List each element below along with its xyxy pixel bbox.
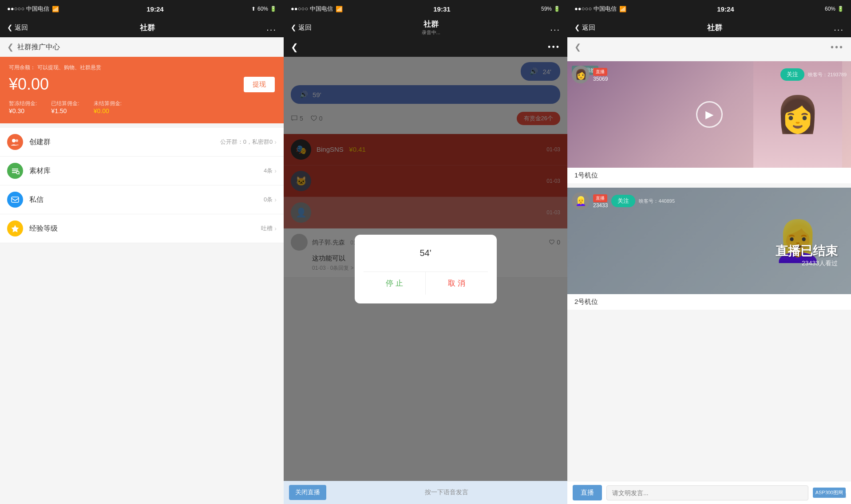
live-badge-2: 直播 — [593, 194, 607, 202]
cancel-button[interactable]: 取 消 — [426, 272, 488, 295]
menu-item-materials[interactable]: 素材库 4条 › — [0, 157, 284, 185]
nav-bar-3: ❮ 返回 社群 ... — [567, 18, 851, 37]
materials-icon — [7, 163, 23, 179]
chevron-icon-3: › — [274, 225, 277, 232]
sub-nav-2: ❮ ••• — [284, 37, 567, 57]
play-area-1: ▶ — [567, 88, 851, 168]
menu-message-label: 私信 — [29, 195, 264, 205]
battery-icon-2: 🔋 — [554, 6, 560, 12]
stream-card-1: 👩 精彩回放 👩 直播 35069 关注 映客号：2193789 — [567, 61, 851, 183]
svg-point-1 — [16, 139, 18, 142]
commission-pending: 未结算佣金: ¥0.00 — [94, 100, 122, 114]
create-group-icon — [7, 134, 23, 150]
carrier-text-2: ●●○○○ 中国电信 — [291, 5, 333, 13]
status-time-2: 19:31 — [433, 5, 450, 13]
panel-1: ●●○○○ 中国电信 📶 19:24 ⬆ 60% 🔋 ❮ 返回 社群 ... ❮… — [0, 0, 284, 504]
commission-settled-label: 已结算佣金: — [51, 100, 79, 107]
streamer-avatar-2: 👱‍♀️ — [572, 192, 590, 210]
more-button-3[interactable]: ... — [834, 23, 844, 33]
menu-level-right: 吐槽 › — [261, 224, 277, 232]
carrier-text-1: ●●○○○ 中国电信 — [7, 5, 49, 13]
battery-icon-1: 🔋 — [270, 6, 277, 12]
slot-title-1: 1号机位 — [567, 168, 851, 183]
menu-item-message[interactable]: 私信 0条 › — [0, 185, 284, 214]
stream-video-2: 👱‍♀️ 👱‍♀️ 直播 23433 关注 映客号：440895 直播已结束 — [567, 188, 851, 294]
nav-bar-1: ❮ 返回 社群 ... — [0, 18, 284, 37]
nav-title-2: 社群 — [424, 19, 439, 29]
status-bar-2: ●●○○○ 中国电信 📶 19:31 59% 🔋 — [284, 0, 567, 18]
more-button-2[interactable]: ... — [550, 23, 560, 33]
sub-back-1[interactable]: ❮ — [7, 42, 14, 52]
viewer-count-2: 23433 — [593, 202, 608, 209]
sub-more-3[interactable]: ••• — [831, 42, 844, 52]
live-badge-1: 直播 — [593, 68, 607, 76]
panel-3: ●●○○○ 中国电信 📶 19:24 60% 🔋 ❮ 返回 社群 ... ❮ •… — [567, 0, 851, 504]
sub-more-2[interactable]: ••• — [548, 43, 560, 52]
streamer-info-2: 直播 23433 — [593, 193, 608, 209]
live-button[interactable]: 直播 — [573, 485, 602, 500]
menu-list: 创建群 公开群：0，私密群0 › 素材库 4条 › — [0, 128, 284, 243]
back-button-3[interactable]: ❮ 返回 — [574, 24, 595, 32]
back-button-1[interactable]: ❮ 返回 — [7, 24, 28, 32]
play-button-1[interactable]: ▶ — [696, 101, 723, 128]
menu-materials-label: 素材库 — [29, 166, 264, 176]
recording-time: 54' — [364, 248, 488, 258]
nav-title-wrap-2: 社群 录音中... — [422, 19, 440, 36]
follow-button-2[interactable]: 关注 — [611, 195, 635, 207]
battery-text-3: 60% — [825, 6, 835, 12]
status-carrier-1: ●●○○○ 中国电信 📶 — [7, 5, 59, 13]
balance-title: 可用余额： 可以提现、购物、社群悬赏 — [9, 64, 275, 71]
status-time-3: 19:24 — [717, 5, 734, 13]
svg-point-0 — [12, 139, 16, 142]
commission-frozen-label: 暂冻结佣金: — [9, 100, 37, 107]
ended-title: 直播已结束 — [776, 243, 838, 260]
sub-back-2[interactable]: ❮ — [291, 42, 298, 52]
wifi-icon-2: 📶 — [336, 6, 343, 12]
battery-icon-3: 🔋 — [837, 6, 844, 12]
battery-text-1: 60% — [257, 6, 268, 12]
stop-button[interactable]: 停 止 — [364, 272, 426, 295]
status-carrier-2: ●●○○○ 中国电信 📶 — [291, 5, 343, 13]
back-button-2[interactable]: ❮ 返回 — [291, 24, 312, 32]
ended-sub: 23433人看过 — [776, 260, 838, 268]
follow-button-1[interactable]: 关注 — [780, 68, 804, 81]
p2-content: 🔊 24' 🔊 59' 5 0 有赏金26个 — [284, 57, 567, 481]
more-button-1[interactable]: ... — [266, 23, 277, 33]
streamer-avatar-1: 👩 — [572, 66, 590, 83]
p3-content: 👩 精彩回放 👩 直播 35069 关注 映客号：2193789 — [567, 57, 851, 481]
message-icon — [7, 192, 23, 208]
nav-bar-2: ❮ 返回 社群 录音中... ... — [284, 18, 567, 37]
level-icon — [7, 220, 23, 236]
message-input[interactable] — [606, 485, 808, 500]
commission-frozen: 暂冻结佣金: ¥0.30 — [9, 100, 37, 114]
balance-subtitle: 可以提现、购物、社群悬赏 — [37, 64, 101, 71]
nav-subtitle-2: 录音中... — [422, 29, 440, 36]
stream-overlay-1: 👩 直播 35069 关注 映客号：2193789 ▶ — [567, 61, 851, 168]
back-chevron-2: ❮ — [291, 24, 297, 32]
menu-create-group-right: 公开群：0，私密群0 › — [220, 138, 277, 146]
sub-back-3[interactable]: ❮ — [574, 42, 581, 52]
withdraw-button[interactable]: 提现 — [244, 77, 275, 92]
status-right-3: 60% 🔋 — [825, 6, 844, 12]
svg-rect-2 — [12, 169, 18, 169]
wifi-icon-1: 📶 — [52, 6, 59, 12]
menu-message-right: 0条 › — [264, 196, 277, 204]
commission-frozen-value: ¥0.30 — [9, 107, 37, 114]
menu-item-create-group[interactable]: 创建群 公开群：0，私密群0 › — [0, 128, 284, 157]
menu-item-level[interactable]: 经验等级 吐槽 › — [0, 214, 284, 243]
back-label-3: 返回 — [582, 24, 595, 32]
stream-id-2: 映客号：440895 — [639, 198, 675, 205]
commission-settled-value: ¥1.50 — [51, 107, 79, 114]
stream-top-1: 👩 直播 35069 关注 映客号：2193789 — [567, 61, 851, 88]
close-live-button[interactable]: 关闭直播 — [289, 485, 326, 500]
commission-pending-value: ¥0.00 — [94, 107, 122, 114]
stream-card-2: 👱‍♀️ 👱‍♀️ 直播 23433 关注 映客号：440895 直播已结束 — [567, 188, 851, 310]
p3-bottom-bar: 直播 ASP300图网 — [567, 481, 851, 504]
sub-title-1: 社群推广中心 — [17, 43, 60, 52]
balance-row: ¥0.00 提现 — [9, 75, 275, 94]
dialog-buttons: 停 止 取 消 — [364, 272, 488, 295]
wifi-icon-3: 📶 — [619, 6, 626, 12]
svg-rect-4 — [12, 172, 16, 173]
recording-dialog-overlay: 54' 停 止 取 消 — [284, 57, 567, 481]
back-chevron-3: ❮ — [574, 24, 580, 32]
